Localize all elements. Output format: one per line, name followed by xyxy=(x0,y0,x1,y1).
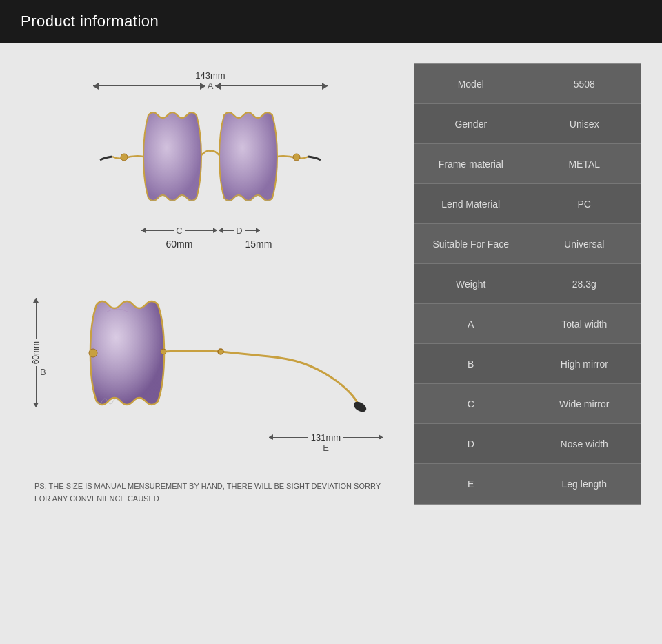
table-row: CWide mirror xyxy=(414,384,641,424)
table-row-label: Gender xyxy=(414,110,528,138)
table-row-label: Weight xyxy=(414,270,528,298)
D-value: 15mm xyxy=(238,239,279,250)
table-row-label: E xyxy=(414,470,528,498)
table-row: Model5508 xyxy=(414,64,641,104)
A-label: A xyxy=(205,81,216,91)
diagram-section: 143mm A xyxy=(21,57,400,625)
table-row: ATotal width xyxy=(414,304,641,344)
width-value: 143mm xyxy=(192,70,228,81)
ps-note: PS: THE SIZE IS MANUAL MENSUREMENT BY HA… xyxy=(34,481,386,505)
table-row-value: High mirror xyxy=(528,350,641,378)
E-label: E xyxy=(323,443,329,453)
table-row: BHigh mirror xyxy=(414,344,641,384)
A-arrow-line xyxy=(93,85,205,86)
table-row-label: D xyxy=(414,430,528,458)
page-title: Product information xyxy=(21,12,159,30)
C-value: 60mm xyxy=(141,239,217,250)
svg-point-1 xyxy=(293,154,300,161)
table-row-value: Total width xyxy=(528,310,641,338)
table-row-label: Lend Material xyxy=(414,190,528,218)
table-row: Suitable For FaceUniversal xyxy=(414,224,641,264)
svg-point-5 xyxy=(218,349,223,354)
glasses-front-view xyxy=(86,94,334,232)
table-row: Frame materialMETAL xyxy=(414,144,641,184)
svg-point-0 xyxy=(121,154,128,161)
svg-point-4 xyxy=(161,349,166,354)
main-content: 143mm A xyxy=(0,43,662,638)
table-row: DNose width xyxy=(414,424,641,464)
height-value: 60mm xyxy=(31,339,41,366)
table-row-value: METAL xyxy=(528,150,641,178)
top-diagram: 143mm A xyxy=(28,70,393,250)
table-row-value: PC xyxy=(528,190,641,218)
E-value: 131mm xyxy=(308,432,343,443)
A-arrow-row: A xyxy=(93,81,328,91)
table-row-label: B xyxy=(414,350,528,378)
table-row-value: Unisex xyxy=(528,110,641,138)
svg-point-2 xyxy=(89,349,97,357)
table-row: ELeg length xyxy=(414,464,641,504)
table-row: GenderUnisex xyxy=(414,104,641,144)
table-row-label: Suitable For Face xyxy=(414,230,528,258)
table-row-label: A xyxy=(414,310,528,338)
side-diagram: 60mm B xyxy=(28,277,393,470)
product-info-table: Model5508GenderUnisexFrame materialMETAL… xyxy=(414,63,641,505)
svg-point-3 xyxy=(352,400,368,414)
table-row: Weight28.3g xyxy=(414,264,641,304)
A-arrow-line-right xyxy=(215,85,328,86)
table-row-value: Nose width xyxy=(528,430,641,458)
table-row-value: Universal xyxy=(528,230,641,258)
table-row-label: Model xyxy=(414,70,528,98)
table-row: Lend MaterialPC xyxy=(414,184,641,224)
table-row-label: C xyxy=(414,390,528,418)
table-row-value: Wide mirror xyxy=(528,390,641,418)
table-row-label: Frame material xyxy=(414,150,528,178)
B-label: B xyxy=(40,367,46,377)
page-header: Product information xyxy=(0,0,662,43)
table-row-value: 28.3g xyxy=(528,270,641,298)
measurement-A: 143mm A xyxy=(93,70,328,91)
table-row-value: Leg length xyxy=(528,470,641,498)
table-row-value: 5508 xyxy=(528,70,641,98)
